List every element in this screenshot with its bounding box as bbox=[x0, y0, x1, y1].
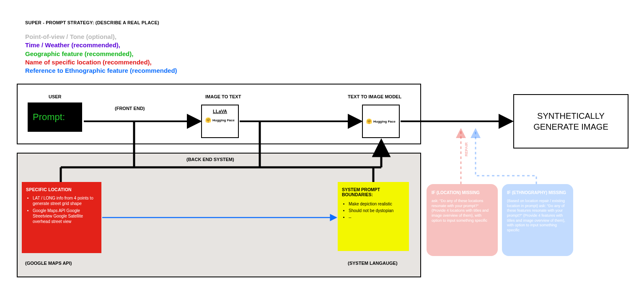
text-to-image-box: 🤗 Hugging Face bbox=[362, 105, 400, 138]
header-title: SUPER - PROMPT STRATEGY: (DESCRIBE A REA… bbox=[25, 20, 177, 25]
legend-pov: Point-of-view / Tone (optional), bbox=[25, 33, 177, 41]
specific-location-card: SPECIFIC LOCATION LAT / LONG info from 4… bbox=[22, 182, 101, 253]
repair-label: REPAIR bbox=[464, 142, 468, 156]
legend-loc: Name of specific location (recommended), bbox=[25, 58, 177, 67]
output-text: SYNTHETICALLY GENERATE IMAGE bbox=[518, 110, 623, 132]
fade-blue-body: (Based on location repair / existing loc… bbox=[507, 199, 568, 233]
fade-red-title: IF (LOCATION) MISSING bbox=[432, 190, 493, 195]
output-box: SYNTHETICALLY GENERATE IMAGE bbox=[513, 94, 628, 149]
yellow-card-bullet-1: Make depiction realistic bbox=[349, 201, 405, 207]
prompt-text: Prompt: bbox=[33, 112, 65, 123]
text-to-image-label: TEXT TO IMAGE MODEL bbox=[348, 94, 401, 99]
prompt-box: Prompt: bbox=[28, 102, 82, 132]
system-language-label: (SYSTEM LANGAUGE) bbox=[348, 261, 398, 266]
yellow-card-bullet-3: -- bbox=[349, 215, 405, 220]
red-card-bullet-1: LAT / LONG info from 4 points to generat… bbox=[33, 195, 97, 206]
red-card-title: SPECIFIC LOCATION bbox=[26, 187, 97, 192]
frontend-label: (FRONT END) bbox=[115, 106, 145, 111]
fade-blue-title: IF (ETHNOGRAPHY) MISSING bbox=[507, 190, 568, 195]
llava-title: LLaVA bbox=[213, 109, 227, 114]
google-maps-api-label: (GOOGLE MAPS API) bbox=[25, 261, 72, 266]
hf-tag-model: 🤗 Hugging Face bbox=[366, 118, 396, 124]
system-prompt-card: SYSTEM PROMPT BOUNDARIES: Make depiction… bbox=[338, 182, 409, 251]
fade-red-body: ask: "Do any of these locations resonate… bbox=[432, 199, 493, 223]
yellow-card-bullet-2: Should not be dystopian bbox=[349, 208, 405, 213]
llava-box: LLaVA 🤗 Hugging Face bbox=[201, 105, 239, 138]
legend-time: Time / Weather (recommended), bbox=[25, 41, 177, 49]
hugging-face-icon: 🤗 bbox=[366, 118, 372, 124]
hf-label: Hugging Face bbox=[212, 118, 235, 122]
legend-geo: Geographic feature (recommended), bbox=[25, 50, 177, 58]
yellow-card-title: SYSTEM PROMPT BOUNDARIES: bbox=[342, 187, 405, 197]
hf-label: Hugging Face bbox=[373, 120, 396, 123]
if-location-missing-card: IF (LOCATION) MISSING ask: "Do any of th… bbox=[427, 184, 498, 256]
hf-tag-llava: 🤗 Hugging Face bbox=[205, 117, 235, 123]
image-to-text-label: IMAGE TO TEXT bbox=[205, 94, 241, 99]
red-card-bullet-2: Google Maps API Google Streetview Google… bbox=[33, 208, 97, 224]
user-label: USER bbox=[49, 94, 62, 99]
hugging-face-icon: 🤗 bbox=[205, 117, 211, 123]
legend-ethno: Reference to Ethnographic feature (recom… bbox=[25, 67, 177, 75]
backend-label: (BACK END SYSTEM) bbox=[186, 157, 234, 162]
if-ethnography-missing-card: IF (ETHNOGRAPHY) MISSING (Based on locat… bbox=[502, 184, 573, 256]
